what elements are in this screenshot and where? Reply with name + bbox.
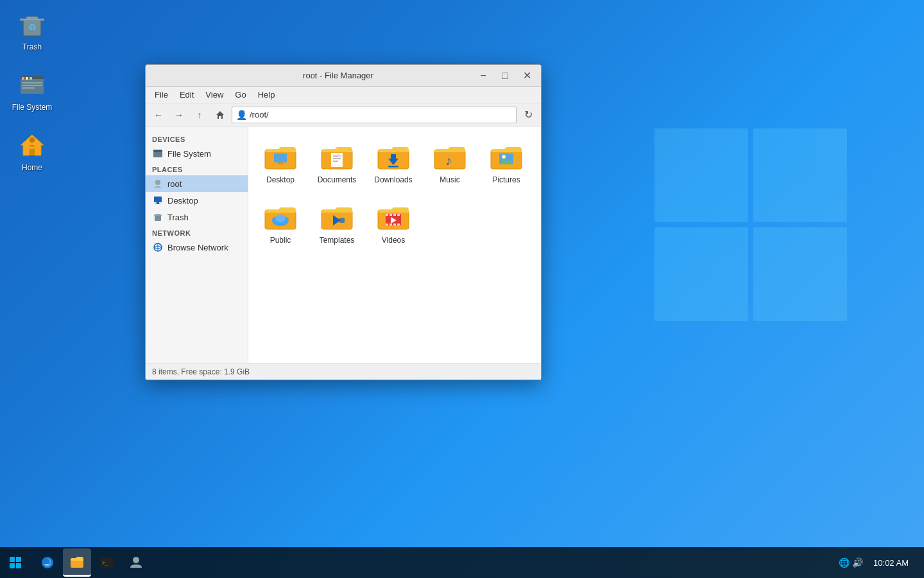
menu-bar: File Edit View Go Help [146,87,541,103]
network-tray-icon[interactable]: 🌐 [839,557,850,568]
public-file-label: Public [270,236,291,245]
home-label: Home [22,163,42,172]
file-item-music[interactable]: ♪ Music [424,133,475,188]
taskbar-clock[interactable]: 10:02 AM [868,558,914,568]
file-item-public[interactable]: Public [255,193,306,249]
taskbar-user[interactable] [122,548,150,577]
file-item-downloads[interactable]: Downloads [368,133,419,188]
svg-rect-71 [397,223,400,225]
documents-folder-icon [319,137,355,173]
taskbar-explorer[interactable] [63,548,91,577]
taskbar-system-tray: 🌐 🔊 [834,557,868,568]
taskbar-edge[interactable] [33,548,62,577]
svg-marker-16 [216,111,224,119]
downloads-folder-icon [375,137,411,173]
svg-rect-22 [155,204,160,204]
svg-rect-9 [30,77,32,80]
svg-rect-34 [331,153,343,167]
music-folder-icon: ♪ [432,137,468,173]
file-item-pictures[interactable]: Pictures [481,133,532,188]
svg-rect-65 [389,214,392,216]
svg-rect-30 [274,153,287,162]
network-sidebar-icon [152,241,164,253]
file-item-videos[interactable]: Videos [368,193,419,249]
sidebar-item-filesystem[interactable]: File System [146,145,248,162]
address-path: /root/ [250,110,512,119]
music-file-label: Music [440,175,459,184]
taskbar-notification[interactable] [914,547,924,578]
refresh-button[interactable]: ↻ [519,106,537,124]
main-content: DEVICES File System PLACES [146,127,541,363]
taskbar-time: 10:02 AM [873,558,909,568]
svg-rect-25 [156,214,160,215]
svg-rect-42 [388,166,398,168]
desktop-folder-icon [262,137,298,173]
desktop-sidebar-icon [152,195,164,206]
home-icon [17,130,47,161]
address-bar[interactable]: 👤 /root/ [232,107,517,123]
up-button[interactable]: ↑ [191,106,209,124]
svg-text:♪: ♪ [445,153,452,168]
pictures-file-label: Pictures [492,175,520,184]
trash-icon: ♻ [17,9,47,40]
menu-go[interactable]: Go [230,89,251,101]
svg-point-19 [155,180,160,185]
sidebar-item-desktop[interactable]: Desktop [146,192,248,209]
user-icon: 👤 [236,110,247,120]
taskbar-terminal[interactable]: >_ [92,548,121,577]
title-bar-controls: − □ ✕ [474,69,536,83]
menu-file[interactable]: File [150,89,173,101]
public-folder-icon [262,197,298,233]
title-bar: root - File Manager − □ ✕ [146,65,541,87]
desktop-icon-trash[interactable]: ♻ Trash [6,6,58,54]
svg-text:>_: >_ [102,560,108,566]
network-header: NETWORK [146,225,248,239]
sidebar-item-browse-network[interactable]: Browse Network [146,239,248,256]
svg-rect-7 [22,77,24,80]
file-grid: Desktop Docum [248,127,541,363]
minimize-button[interactable]: − [474,69,492,83]
file-item-documents[interactable]: Documents [311,133,363,188]
sidebar-item-root[interactable]: root [146,175,248,192]
svg-rect-73 [10,557,15,562]
pictures-folder-icon [488,137,524,173]
svg-rect-64 [386,214,388,216]
maximize-button[interactable]: □ [496,69,514,83]
start-button[interactable] [0,547,31,578]
svg-rect-10 [22,82,42,83]
svg-rect-23 [155,215,161,221]
forward-button[interactable]: → [170,106,188,124]
menu-help[interactable]: Help [253,89,280,101]
file-item-desktop[interactable]: Desktop [255,133,306,188]
sound-tray-icon[interactable]: 🔊 [852,557,863,568]
home-nav-button[interactable] [211,106,229,124]
taskbar: >_ 🌐 🔊 10:02 AM [0,547,924,578]
svg-rect-60 [339,218,345,223]
file-item-templates[interactable]: Templates [311,193,363,249]
back-button[interactable]: ← [150,106,167,124]
svg-rect-4 [20,19,44,21]
desktop-sidebar-label: Desktop [167,196,198,206]
svg-point-56 [275,215,286,222]
browse-network-label: Browse Network [167,243,228,252]
desktop-icon-home[interactable]: Home [6,127,58,175]
devices-header: DEVICES [146,132,248,145]
videos-folder-icon [375,197,411,233]
close-button[interactable]: ✕ [518,69,536,83]
menu-view[interactable]: View [200,89,228,101]
svg-rect-20 [154,197,162,202]
filesystem-label: File System [12,103,53,112]
status-text: 8 items, Free space: 1.9 GiB [152,367,250,376]
desktop-icons-container: ♻ Trash File System [6,6,58,175]
sidebar-item-trash[interactable]: Trash [146,209,248,225]
file-manager-window: root - File Manager − □ ✕ File Edit View… [145,64,542,380]
templates-file-label: Templates [320,236,355,245]
svg-rect-68 [386,223,388,225]
menu-edit[interactable]: Edit [175,89,199,101]
status-bar: 8 items, Free space: 1.9 GiB [146,363,541,380]
desktop-icon-filesystem[interactable]: File System [6,67,58,114]
svg-rect-31 [278,162,283,164]
svg-point-15 [30,137,35,143]
svg-rect-8 [26,77,28,80]
svg-rect-66 [393,214,396,216]
